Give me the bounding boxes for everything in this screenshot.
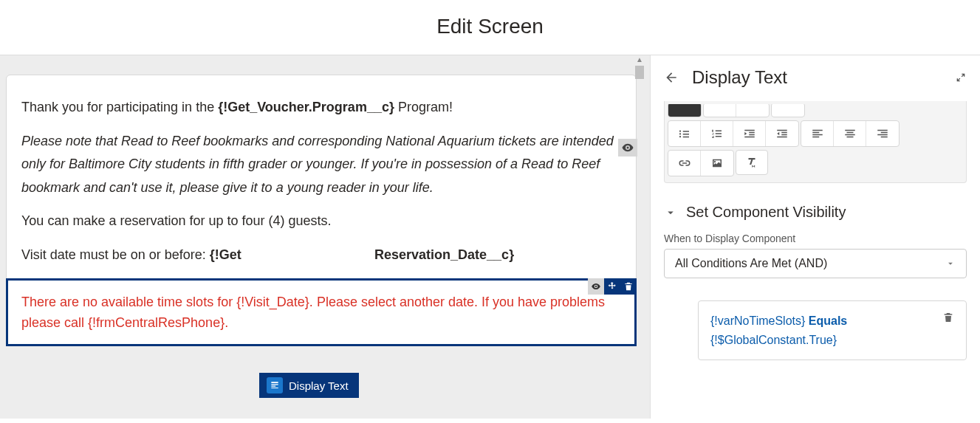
numbered-list-icon — [710, 127, 724, 140]
move-component-button[interactable] — [604, 278, 620, 295]
rte-unknown-button[interactable] — [772, 104, 804, 117]
move-icon — [607, 281, 617, 292]
visibility-section-header[interactable]: Set Component Visibility — [664, 204, 967, 221]
intro-prefix: Thank you for participating in the — [21, 100, 218, 114]
scrollbar-thumb[interactable] — [635, 66, 644, 79]
eye-icon — [621, 141, 634, 154]
display-text-icon — [267, 377, 283, 393]
outdent-icon — [775, 127, 789, 140]
rte-unknown-button[interactable] — [668, 104, 701, 117]
screen-canvas[interactable]: Thank you for participating in the {!Get… — [0, 55, 650, 419]
rte-link-button[interactable] — [668, 151, 701, 176]
caret-down-icon — [945, 258, 956, 269]
visit-prefix: Visit date must be on or before: — [21, 247, 210, 262]
trash-icon — [623, 281, 634, 292]
visit-merge-right: Reservation_Date__c} — [374, 247, 514, 262]
intro-suffix: Program! — [394, 100, 453, 114]
selected-display-text-block[interactable]: There are no available time slots for {!… — [6, 278, 637, 346]
properties-panel: Display Text — [650, 55, 980, 419]
component-type-tag[interactable]: Display Text — [259, 373, 359, 398]
rte-bullet-list-button[interactable] — [668, 121, 701, 146]
note-paragraph: Please note that Read to Reef bookmarks … — [21, 130, 621, 200]
visibility-indicator — [588, 278, 604, 295]
when-to-display-value: All Conditions Are Met (AND) — [675, 257, 827, 270]
chevron-down-icon — [664, 206, 677, 219]
intro-merge-field: {!Get_Voucher.Program__c} — [218, 100, 394, 114]
visit-date-paragraph: Visit date must be on or before: {!Getxx… — [21, 244, 621, 267]
eye-icon — [591, 281, 601, 292]
rte-numbered-list-button[interactable] — [701, 121, 733, 146]
reservation-paragraph: You can make a reservation for up to fou… — [21, 210, 621, 233]
error-message-text: There are no available time slots for {!… — [21, 295, 605, 330]
condition-summary: {!varNoTimeSlots} Equals {!$GlobalConsta… — [710, 312, 847, 349]
selected-toolbar — [588, 278, 637, 295]
delete-component-button[interactable] — [620, 278, 637, 295]
when-to-display-label: When to Display Component — [664, 233, 967, 244]
rte-image-button[interactable] — [701, 151, 733, 176]
indent-icon — [743, 127, 756, 140]
editor-layout: Thank you for participating in the {!Get… — [0, 55, 980, 419]
scroll-up-arrow-icon[interactable]: ▲ — [635, 55, 644, 64]
rte-outdent-button[interactable] — [766, 121, 798, 146]
properties-title: Display Text — [692, 67, 955, 88]
delete-condition-button[interactable] — [942, 312, 954, 326]
rte-align-left-button[interactable] — [801, 121, 834, 146]
condition-lhs: {!varNoTimeSlots} — [710, 314, 805, 327]
rte-clear-format-button[interactable] — [736, 150, 768, 175]
rte-unknown-button[interactable] — [736, 104, 769, 117]
visit-merge-left: {!Get — [210, 247, 241, 262]
properties-header: Display Text — [651, 55, 980, 101]
rte-indent-button[interactable] — [733, 121, 766, 146]
rte-align-center-button[interactable] — [834, 121, 866, 146]
visibility-section-title: Set Component Visibility — [686, 204, 846, 221]
visibility-condition[interactable]: {!varNoTimeSlots} Equals {!$GlobalConsta… — [698, 300, 967, 360]
clear-format-icon — [745, 156, 758, 169]
expand-icon[interactable] — [955, 72, 967, 83]
canvas-scrollbar[interactable]: ▲ — [635, 55, 644, 419]
page-title: Edit Screen — [0, 0, 980, 55]
back-arrow-icon[interactable] — [664, 70, 679, 85]
trash-icon — [942, 312, 954, 323]
link-icon — [678, 157, 691, 170]
align-right-icon — [876, 127, 889, 140]
intro-paragraph: Thank you for participating in the {!Get… — [21, 96, 621, 120]
rich-text-toolbar — [664, 101, 967, 183]
display-text-card-intro[interactable]: Thank you for participating in the {!Get… — [6, 75, 637, 282]
component-type-label: Display Text — [289, 379, 349, 392]
bullet-list-icon — [678, 127, 691, 140]
condition-rhs: {!$GlobalConstant.True} — [710, 334, 837, 346]
align-center-icon — [843, 127, 857, 140]
properties-body: Set Component Visibility When to Display… — [651, 101, 980, 360]
rte-unknown-button[interactable] — [704, 104, 736, 117]
condition-operator: Equals — [809, 314, 847, 327]
when-to-display-combobox[interactable]: All Conditions Are Met (AND) — [664, 249, 967, 278]
rte-align-right-button[interactable] — [866, 121, 899, 146]
align-left-icon — [811, 127, 824, 140]
image-icon — [710, 157, 724, 170]
